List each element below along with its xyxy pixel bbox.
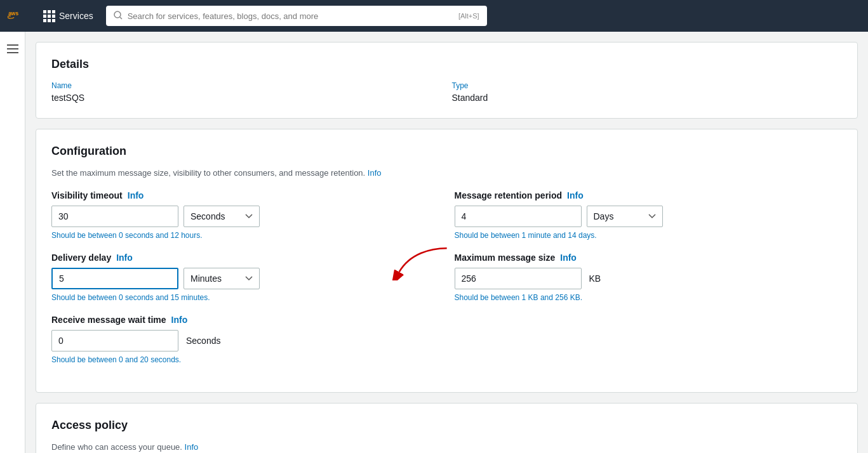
maximum-message-size-info[interactable]: Info	[560, 253, 577, 263]
configuration-info-link[interactable]: Info	[368, 168, 382, 178]
access-policy-card: Access policy Define who can access your…	[36, 403, 858, 453]
svg-line-2	[120, 17, 122, 19]
maximum-message-size-group: Maximum message size Info KB Should be b…	[455, 253, 843, 302]
svg-point-1	[114, 11, 121, 18]
delivery-delay-hint: Should be between 0 seconds and 15 minut…	[51, 293, 439, 302]
visibility-timeout-row: Seconds Minutes Hours	[51, 206, 439, 227]
message-retention-unit-select[interactable]: Seconds Minutes Hours Days	[587, 206, 663, 227]
delivery-delay-unit-select[interactable]: Seconds Minutes	[184, 268, 260, 289]
receive-wait-time-group: Receive message wait time Info Seconds S…	[51, 315, 439, 364]
configuration-card: Configuration Set the maximum message si…	[36, 129, 858, 393]
name-field: Name testSQS	[51, 81, 442, 103]
receive-wait-time-unit: Seconds	[186, 336, 220, 346]
sidebar	[0, 32, 25, 453]
delivery-delay-row: Seconds Minutes	[51, 268, 439, 289]
visibility-timeout-hint: Should be between 0 seconds and 12 hours…	[51, 231, 439, 240]
services-label: Services	[59, 11, 93, 21]
message-retention-hint: Should be between 1 minute and 14 days.	[455, 231, 843, 240]
configuration-subtitle: Set the maximum message size, visibility…	[51, 168, 842, 178]
message-retention-label: Message retention period Info	[455, 190, 843, 200]
details-grid: Name testSQS Type Standard	[51, 81, 842, 103]
message-retention-row: Seconds Minutes Hours Days	[455, 206, 843, 227]
search-bar[interactable]: [Alt+S]	[106, 6, 487, 26]
access-policy-subtitle: Define who can access your queue. Info	[51, 442, 842, 452]
access-policy-info-link[interactable]: Info	[185, 442, 199, 452]
details-title: Details	[51, 58, 842, 71]
search-icon	[114, 11, 123, 22]
visibility-timeout-unit-select[interactable]: Seconds Minutes Hours	[184, 206, 260, 227]
configuration-grid: Visibility timeout Info Seconds Minutes …	[51, 190, 842, 377]
message-retention-input[interactable]	[455, 206, 582, 227]
hamburger-icon	[7, 44, 18, 53]
aws-logo[interactable]: aws	[8, 8, 30, 23]
maximum-message-size-hint: Should be between 1 KB and 256 KB.	[455, 293, 843, 302]
search-input[interactable]	[128, 11, 458, 21]
main-content: Details Name testSQS Type Standard Confi…	[25, 32, 868, 453]
type-field: Type Standard	[452, 81, 843, 103]
config-left-column: Visibility timeout Info Seconds Minutes …	[51, 190, 439, 377]
svg-text:aws: aws	[8, 10, 18, 16]
maximum-message-size-label: Maximum message size Info	[455, 253, 843, 263]
15-minutes-link[interactable]: 15 minutes	[170, 293, 208, 302]
grid-icon	[43, 10, 55, 22]
receive-wait-time-hint: Should be between 0 and 20 seconds.	[51, 355, 439, 364]
message-retention-group: Message retention period Info Seconds Mi…	[455, 190, 843, 240]
visibility-timeout-label: Visibility timeout Info	[51, 190, 439, 200]
maximum-message-size-row: KB	[455, 268, 843, 289]
details-card: Details Name testSQS Type Standard	[36, 42, 858, 119]
delivery-delay-input[interactable]	[51, 268, 178, 289]
config-right-column: Message retention period Info Seconds Mi…	[455, 190, 843, 377]
delivery-delay-info[interactable]: Info	[116, 253, 133, 263]
services-button[interactable]: Services	[38, 8, 98, 25]
delivery-delay-group: Delivery delay Info	[51, 253, 439, 302]
maximum-message-size-input[interactable]	[455, 268, 582, 289]
maximum-message-size-unit: KB	[589, 273, 601, 284]
type-value: Standard	[452, 93, 843, 103]
name-value: testSQS	[51, 93, 442, 103]
type-label: Type	[452, 81, 843, 90]
configuration-title: Configuration	[51, 145, 842, 158]
receive-wait-time-label: Receive message wait time Info	[51, 315, 439, 325]
receive-wait-time-info[interactable]: Info	[171, 315, 188, 325]
sidebar-menu-button[interactable]	[2, 39, 23, 58]
message-retention-info[interactable]: Info	[567, 190, 584, 200]
delivery-delay-label: Delivery delay Info	[51, 253, 439, 263]
visibility-timeout-input[interactable]	[51, 206, 178, 227]
search-shortcut: [Alt+S]	[458, 12, 479, 20]
access-policy-title: Access policy	[51, 419, 842, 432]
top-navigation: aws Services [Alt+S]	[0, 0, 868, 32]
receive-wait-time-row: Seconds	[51, 330, 439, 351]
page-wrapper: Details Name testSQS Type Standard Confi…	[0, 32, 868, 453]
visibility-timeout-info[interactable]: Info	[128, 190, 144, 200]
name-label: Name	[51, 81, 442, 90]
receive-wait-time-input[interactable]	[51, 330, 178, 351]
visibility-timeout-group: Visibility timeout Info Seconds Minutes …	[51, 190, 439, 240]
